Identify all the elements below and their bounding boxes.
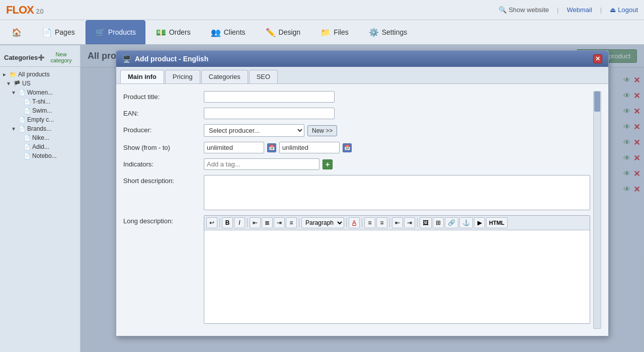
show-label: Show (from - to) — [123, 142, 204, 151]
show-website-label: Show website — [509, 6, 549, 14]
short-desc-row: Short description: — [123, 175, 590, 210]
rte-table-button[interactable]: ⊞ — [433, 217, 444, 228]
rte-italic-button[interactable]: I — [234, 217, 245, 228]
tab-main-info-label: Main info — [128, 73, 156, 80]
nav-files[interactable]: 📁 Files — [311, 20, 358, 44]
rte-media-button[interactable]: ▶ — [474, 217, 485, 228]
nav-home[interactable]: 🏠 — [2, 20, 31, 44]
navbar: 🏠 📄 Pages 🛒 Products 💵 Orders 👥 Clients … — [0, 20, 644, 45]
rte-ul-button[interactable]: ≡ — [364, 217, 375, 228]
rte-image-button[interactable]: 🖼 — [420, 217, 432, 228]
sidebar-item-women[interactable]: ▾ 📄 Women... — [0, 88, 80, 97]
ean-label: EAN: — [123, 108, 204, 117]
webmail-link[interactable]: Webmail — [567, 6, 592, 14]
short-desc-textarea[interactable] — [204, 175, 590, 210]
show-website-link[interactable]: 🔍 Show website — [499, 6, 549, 14]
tab-categories[interactable]: Categories — [201, 70, 248, 83]
nav-pages[interactable]: 📄 Pages — [32, 20, 85, 44]
tag-input[interactable] — [204, 158, 319, 170]
topbar: FLOX 2.0 🔍 Show website | Webmail | ⏏ Lo… — [0, 0, 644, 20]
modal-title-icon: 🖥️ — [122, 55, 131, 63]
flag-icon: 🏴 — [14, 80, 21, 87]
nav-pages-label: Pages — [55, 28, 75, 36]
topbar-right: 🔍 Show website | Webmail | ⏏ Logout — [499, 6, 638, 14]
rte-sep1 — [219, 218, 220, 227]
sidebar-item-adidas[interactable]: 📄 Adid... — [0, 142, 80, 151]
tab-pricing-label: Pricing — [173, 73, 193, 80]
rte-anchor-button[interactable]: ⚓ — [459, 217, 473, 228]
sidebar-item-us[interactable]: ▾ 🏴 US — [0, 79, 80, 88]
rte-bold-button[interactable]: B — [222, 217, 233, 228]
pages-icon: 📄 — [42, 28, 52, 37]
nav-settings[interactable]: ⚙️ Settings — [359, 20, 417, 44]
modal-close-button[interactable]: ✕ — [593, 54, 602, 63]
rte-indent-less-button[interactable]: ⇤ — [392, 217, 403, 228]
plus-icon: ➕ — [38, 54, 45, 61]
design-icon: ✏️ — [266, 28, 276, 37]
show-controls: 📅 📅 — [204, 142, 352, 153]
tab-main-info[interactable]: Main info — [120, 70, 164, 83]
indicators-row: Indicators: + — [123, 158, 590, 170]
tab-pricing[interactable]: Pricing — [165, 70, 200, 83]
add-tag-button[interactable]: + — [323, 159, 333, 169]
logo-version: 2.0 — [36, 8, 43, 15]
rte-sep2 — [247, 218, 248, 227]
show-row: Show (from - to) 📅 📅 — [123, 142, 590, 153]
sidebar-item-tshirts[interactable]: 📄 T-shi... — [0, 97, 80, 106]
show-to-input[interactable] — [279, 142, 340, 153]
folder2-icon: 📄 — [19, 90, 26, 96]
doc3-icon: 📄 — [19, 117, 26, 123]
rte-justify-button[interactable]: ≡ — [286, 217, 297, 228]
calendar-to-button[interactable]: 📅 — [343, 143, 352, 152]
rte-sep4 — [346, 218, 347, 227]
sidebar-title: Categories — [4, 54, 38, 61]
producer-select[interactable]: Select producer... — [204, 124, 304, 137]
rte-paragraph-select[interactable]: Paragraph — [301, 217, 344, 228]
rte-undo-button[interactable]: ↩ — [206, 217, 217, 228]
rte-align-left-button[interactable]: ⇤ — [250, 217, 261, 228]
rte-link-button[interactable]: 🔗 — [445, 217, 458, 228]
nav-products[interactable]: 🛒 Products — [86, 20, 145, 44]
tab-seo[interactable]: SEO — [249, 70, 278, 83]
ean-input[interactable] — [204, 108, 335, 119]
modal-scrollbar-thumb — [594, 92, 600, 112]
rte-ol-button[interactable]: ≡ — [376, 217, 387, 228]
rte-sep3 — [299, 218, 299, 227]
folder-icon: 📁 — [10, 71, 17, 78]
sidebar-item-brands[interactable]: ▾ 📄 Brands... — [0, 124, 80, 133]
rte-content[interactable] — [204, 230, 590, 323]
nav-design[interactable]: ✏️ Design — [256, 20, 310, 44]
show-from-input[interactable] — [204, 142, 264, 153]
nav-clients[interactable]: 👥 Clients — [201, 20, 255, 44]
nav-settings-label: Settings — [382, 28, 408, 36]
tree-label-tshirts: T-shi... — [32, 98, 50, 105]
logout-link[interactable]: ⏏ Logout — [610, 6, 638, 14]
sidebar-item-nike[interactable]: 📄 Nike... — [0, 133, 80, 142]
logout-label: Logout — [618, 6, 638, 14]
nav-clients-label: Clients — [224, 28, 246, 36]
rte-html-button[interactable]: HTML — [486, 217, 508, 228]
sidebar-item-all-products[interactable]: ▸ 📁 All products — [0, 70, 80, 79]
rte-container: ↩ B I ⇤ ≣ ⇥ ≡ — [204, 215, 590, 324]
sidebar-header: Categories ➕ New category — [0, 49, 80, 67]
producer-new-button[interactable]: New >> — [307, 125, 337, 136]
calendar-from-button[interactable]: 📅 — [267, 143, 276, 152]
sidebar-item-notebook[interactable]: 📄 Notebo... — [0, 151, 80, 160]
producer-label: Producer: — [123, 124, 204, 134]
sidebar-item-empty[interactable]: 📄 Empty c... — [0, 115, 80, 124]
product-title-input[interactable] — [204, 91, 335, 103]
ean-row: EAN: — [123, 108, 590, 119]
rte-fontcolor-button[interactable]: A — [349, 217, 360, 228]
rte-align-center-button[interactable]: ≣ — [262, 217, 273, 228]
nav-orders[interactable]: 💵 Orders — [146, 20, 200, 44]
rte-align-right-button[interactable]: ⇥ — [274, 217, 285, 228]
new-category-button[interactable]: ➕ New category — [38, 51, 76, 63]
sidebar-item-swimwear[interactable]: 📄 Swim... — [0, 106, 80, 115]
long-desc-textarea[interactable] — [207, 233, 587, 319]
rte-indent-more-button[interactable]: ⇥ — [404, 217, 415, 228]
modal-scrollbar[interactable] — [593, 91, 601, 329]
tree-label-us: US — [22, 80, 31, 87]
main-layout: Categories ➕ New category ▸ 📁 All produc… — [0, 45, 644, 352]
tree-label-nike: Nike... — [32, 134, 49, 141]
settings-icon: ⚙️ — [369, 28, 379, 37]
